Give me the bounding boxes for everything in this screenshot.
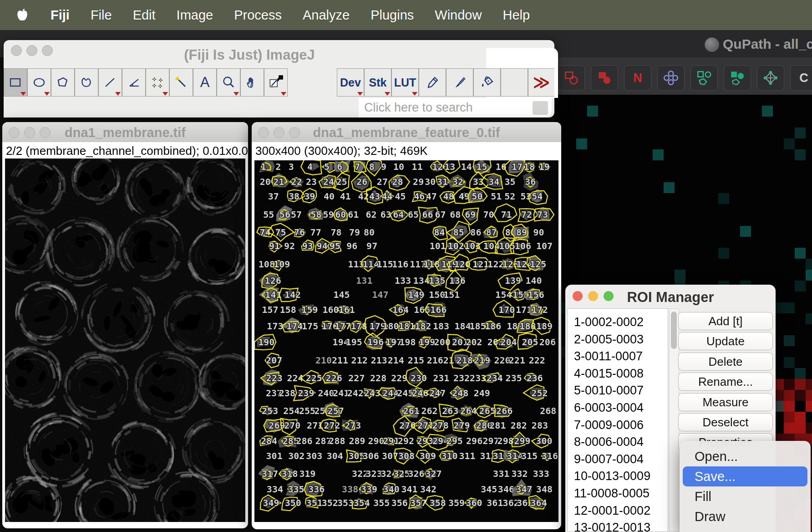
qupath-detections-outline-icon[interactable] <box>690 65 718 91</box>
roi-titlebar[interactable]: ROI Manager <box>565 285 776 308</box>
context-menu-item[interactable]: Fill <box>683 486 807 506</box>
roi-scrollbar[interactable] <box>669 308 679 532</box>
roi-list-item[interactable]: 1-0002-0002 <box>568 315 668 332</box>
roi-button[interactable]: Rename... <box>678 373 773 391</box>
roi-list-item[interactable]: 4-0015-0008 <box>568 367 668 384</box>
feature-window-title: dna1_membrane_feature_0.tif <box>252 125 561 140</box>
roi-button[interactable]: Delete <box>678 353 773 371</box>
menu-item[interactable]: Help <box>492 8 540 22</box>
lut-tools-button[interactable]: LUT <box>391 68 419 97</box>
roi-list-item[interactable]: 12-0001-0002 <box>568 504 668 521</box>
feature-titlebar[interactable]: dna1_membrane_feature_0.tif <box>252 122 561 142</box>
qupath-filled-annotation-icon[interactable] <box>591 65 618 91</box>
roi-button[interactable]: Measure <box>678 393 773 411</box>
qupath-move-annotation-icon[interactable] <box>558 65 585 91</box>
fiji-main-window: (Fiji Is Just) ImageJ A Dev Stk <box>4 40 554 118</box>
roi-list-item[interactable]: 6-0003-0004 <box>568 401 668 418</box>
qupath-logo-icon <box>705 37 719 52</box>
freehand-tool-button[interactable] <box>75 68 98 97</box>
qupath-c-tool-icon[interactable]: C <box>790 65 812 91</box>
paintbrush-tool-button[interactable] <box>446 68 473 97</box>
roi-list-item[interactable]: 10-0013-0009 <box>568 469 668 486</box>
roi-button[interactable]: Add [t] <box>678 312 773 330</box>
color-picker-tool-button[interactable] <box>264 68 288 97</box>
context-menu-item[interactable]: Draw <box>683 506 807 527</box>
membrane-image-info: 2/2 (membrane_channel_combined); 0.01x0.… <box>6 144 260 158</box>
feature-image-info: 300x400 (300x400); 32-bit; 469K <box>255 144 428 158</box>
membrane-image-canvas[interactable] <box>5 159 245 522</box>
roi-scrollbar-thumb[interactable] <box>671 312 677 349</box>
wand-tool-button[interactable] <box>169 68 193 97</box>
roi-list-item[interactable]: 9-0007-0004 <box>568 452 668 470</box>
context-menu-item[interactable]: Open... <box>683 446 807 466</box>
apple-menu-icon[interactable] <box>0 8 40 22</box>
menu-item[interactable]: Process <box>223 8 292 22</box>
membrane-window-title: dna1_membrane.tif <box>2 125 248 140</box>
roi-list-item[interactable]: 7-0009-0006 <box>568 418 668 435</box>
roi-manager-title: ROI Manager <box>565 289 776 306</box>
dev-tools-button[interactable]: Dev <box>337 68 364 97</box>
menu-item[interactable]: Analyze <box>292 8 360 22</box>
roi-list-item[interactable]: 13-0012-0013 <box>568 521 668 532</box>
search-grip <box>533 101 548 115</box>
empty-tool-slot[interactable] <box>501 68 528 97</box>
flood-fill-tool-button[interactable] <box>473 68 501 97</box>
menu-item[interactable]: File <box>80 8 122 22</box>
roi-list-item[interactable]: 2-0005-0003 <box>568 332 668 350</box>
zoom-tool-button[interactable] <box>217 68 240 97</box>
pencil-tool-button[interactable] <box>419 68 446 97</box>
angle-tool-button[interactable] <box>122 68 146 97</box>
roi-button[interactable]: Deselect <box>678 413 773 431</box>
roi-list: 1-0002-00022-0005-00033-0011-00074-0015-… <box>567 308 668 532</box>
qupath-spatial-graph-icon[interactable] <box>757 65 784 91</box>
hand-tool-button[interactable] <box>240 68 264 97</box>
text-tool-button[interactable]: A <box>193 68 217 97</box>
polygon-tool-button[interactable] <box>51 68 75 97</box>
roi-list-item[interactable]: 5-0010-0007 <box>568 384 668 401</box>
point-tool-button[interactable] <box>146 68 169 97</box>
menu-item[interactable]: Image <box>166 8 224 22</box>
roi-context-menu: Open...Save...FillDraw <box>680 441 811 532</box>
search-placeholder: Click here to search <box>359 101 533 115</box>
roi-list-item[interactable]: 8-0006-0004 <box>568 435 668 452</box>
menu-item[interactable]: Plugins <box>360 8 424 22</box>
roi-list-item[interactable]: 11-0008-0005 <box>568 486 668 504</box>
overflow-tools-icon: ≫ <box>533 73 550 92</box>
qupath-n-tool-icon[interactable]: N <box>624 65 651 91</box>
stacks-tools-button[interactable]: Stk <box>364 68 391 97</box>
qupath-tiles-icon[interactable] <box>657 65 685 91</box>
menu-item[interactable]: Window <box>424 8 492 22</box>
rectangle-tool-button[interactable] <box>4 68 27 97</box>
menu-item[interactable]: Edit <box>122 8 166 22</box>
line-tool-button[interactable] <box>98 68 122 97</box>
search-input[interactable]: Click here to search <box>359 98 552 118</box>
oval-tool-button[interactable] <box>27 68 51 97</box>
membrane-image-window: dna1_membrane.tif 2/2 (membrane_channel_… <box>2 122 248 528</box>
menu-item[interactable]: Fiji <box>40 8 80 22</box>
qupath-window-title: QuPath - all_ch <box>723 36 812 52</box>
membrane-titlebar[interactable]: dna1_membrane.tif <box>2 122 248 142</box>
feature-image-canvas[interactable] <box>254 160 558 522</box>
fiji-window-title: (Fiji Is Just) ImageJ <box>4 47 495 63</box>
feature-image-window: dna1_membrane_feature_0.tif 300x400 (300… <box>252 122 561 529</box>
roi-button[interactable]: Update <box>678 332 773 350</box>
fiji-titlebar[interactable]: (Fiji Is Just) ImageJ <box>4 40 554 68</box>
roi-list-item[interactable]: 3-0011-0007 <box>568 349 668 367</box>
macos-menu-bar: FijiFileEditImageProcessAnalyzePluginsWi… <box>0 0 812 30</box>
more-tools-button[interactable]: ≫ <box>528 68 554 97</box>
context-menu-item[interactable]: Save... <box>683 466 807 486</box>
qupath-detections-filled-icon[interactable] <box>724 65 751 91</box>
